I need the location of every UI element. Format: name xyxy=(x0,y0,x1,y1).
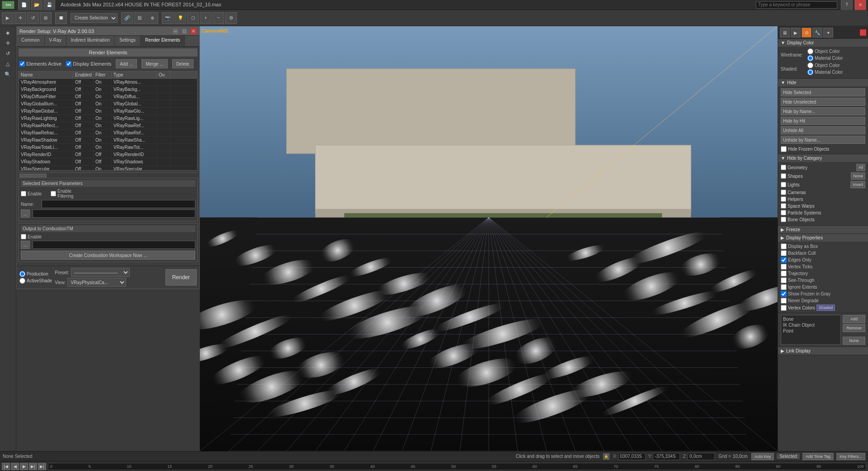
open-btn[interactable]: 📂 xyxy=(31,0,42,11)
search-input[interactable] xyxy=(756,1,837,9)
shapes-checkbox[interactable] xyxy=(781,173,786,179)
table-scrollbar-h[interactable] xyxy=(19,172,198,178)
preset-select[interactable]: ----------------------------- xyxy=(71,268,130,277)
hide-by-name-btn[interactable]: Hide by Name... xyxy=(781,107,865,115)
bone-list[interactable]: Bone IK Chain Object Point xyxy=(781,315,841,345)
bone-remove-btn[interactable]: Remove xyxy=(843,324,865,332)
cameras-label[interactable]: Cameras xyxy=(781,190,806,195)
tb-camera[interactable]: 📷 xyxy=(162,12,174,24)
timeline-area[interactable]: 0 5 10 15 20 25 30 35 40 45 50 55 60 65 … xyxy=(48,463,866,470)
tb-systems[interactable]: ⚙ xyxy=(225,12,237,24)
vertex-colors-checkbox[interactable] xyxy=(781,305,787,311)
add-time-tag-btn[interactable]: Add Time Tag xyxy=(802,453,834,460)
tb-scale[interactable]: ⊞ xyxy=(40,12,52,24)
enable-filtering-checkbox[interactable] xyxy=(51,191,56,196)
display-elements-label[interactable]: Display Elements xyxy=(66,61,111,67)
shaded-object-color[interactable]: Object Color xyxy=(807,62,843,68)
bones-label[interactable]: Bone Objects xyxy=(781,217,815,222)
save-btn[interactable]: 💾 xyxy=(43,0,55,11)
particles-label[interactable]: Particle Systems xyxy=(781,210,821,215)
view-select[interactable]: VRayPhysicalCa... xyxy=(67,278,126,287)
shaded-material-radio[interactable] xyxy=(807,69,813,75)
table-row[interactable]: VRayRawReflect... Off On VRayRawRef... xyxy=(19,122,197,129)
activeshade-radio-label[interactable]: ActiveShade xyxy=(19,278,52,284)
spacewarps-label[interactable]: Space Warps xyxy=(781,203,815,209)
tool-rotate[interactable]: ↺ xyxy=(0,49,16,58)
render-btn[interactable]: Render xyxy=(165,269,197,285)
table-row[interactable]: VRayRawTotalLi... Off On VRayRawTot... xyxy=(19,144,197,151)
display-icon-btn[interactable]: 🖥 xyxy=(780,28,790,38)
shapes-label[interactable]: Shapes xyxy=(781,173,803,179)
shaded-btn[interactable]: Shaded xyxy=(816,304,835,311)
geometry-checkbox[interactable] xyxy=(781,165,786,170)
enable-checkbox[interactable] xyxy=(21,191,26,196)
production-radio-label[interactable]: Production xyxy=(19,271,52,277)
tool-zoom[interactable]: 🔍 xyxy=(0,70,16,79)
tab-settings[interactable]: Settings xyxy=(115,36,141,46)
wireframe-material-color[interactable]: Material Color xyxy=(807,55,843,61)
tb-bind[interactable]: ⊕ xyxy=(146,12,158,24)
table-row[interactable]: VRayRawGlobal... Off On VRayRawGlo... xyxy=(19,108,197,115)
elements-active-checkbox[interactable] xyxy=(19,61,25,67)
unhide-all-btn[interactable]: Unhide All xyxy=(781,126,865,134)
key-filters-btn[interactable]: Key Filters... xyxy=(836,453,865,460)
tb-snap[interactable]: 🔲 xyxy=(55,12,67,24)
production-radio[interactable] xyxy=(19,271,25,277)
display-as-box-checkbox[interactable] xyxy=(781,243,787,249)
hide-by-hit-btn[interactable]: Hide by Hit xyxy=(781,117,865,125)
combustion-enable-label[interactable]: Enable xyxy=(21,234,39,239)
color-swatch[interactable] xyxy=(860,29,866,36)
link-display-header[interactable]: ▶ Link Display xyxy=(778,347,868,355)
freeze-header[interactable]: ▶ Freeze xyxy=(778,226,868,233)
combustion-create-btn[interactable]: Create Combustion Workspace Now ... xyxy=(21,251,195,260)
enable-label[interactable]: Enable xyxy=(21,191,39,196)
geometry-label[interactable]: Geometry xyxy=(781,165,807,170)
display-props-header[interactable]: ▶ Display Properties xyxy=(778,234,868,242)
motion-icon-btn[interactable]: ▶ xyxy=(791,28,801,38)
tb-select[interactable]: ▶ xyxy=(2,12,14,24)
vertex-ticks-checkbox[interactable] xyxy=(781,264,787,270)
prev-frame-btn[interactable]: ◀ xyxy=(11,463,19,470)
app-logo[interactable]: 3ds xyxy=(2,1,14,9)
help-btn[interactable]: ? xyxy=(841,0,853,11)
shaded-object-radio[interactable] xyxy=(807,62,813,68)
next-frame-btn[interactable]: ▶| xyxy=(29,463,37,470)
display-elements-checkbox[interactable] xyxy=(66,61,71,67)
hide-frozen-checkbox[interactable] xyxy=(781,146,787,152)
modify-icon-btn[interactable]: 🔧 xyxy=(812,28,822,38)
table-row[interactable]: VRayRawShadow Off On VRayRawSha... xyxy=(19,137,197,144)
enable-filtering-label[interactable]: Enable Filtering xyxy=(51,189,69,199)
table-row[interactable]: VRayRawLighting Off On VRayRawLig... xyxy=(19,115,197,122)
path-input[interactable] xyxy=(33,209,195,218)
unhide-by-name-btn[interactable]: Unhide by Name... xyxy=(781,136,865,144)
play-btn[interactable]: ▶ xyxy=(20,463,28,470)
combustion-path-input[interactable] xyxy=(33,241,195,249)
wireframe-object-radio[interactable] xyxy=(807,48,813,54)
create-icon-btn[interactable]: ✦ xyxy=(823,28,833,38)
render-elements-table[interactable]: Name Enabled Filter Type Ou VRayAtmosphe… xyxy=(19,71,198,171)
hide-by-category-header[interactable]: ▼ Hide by Category xyxy=(778,154,868,162)
trajectory-checkbox[interactable] xyxy=(781,271,787,276)
new-btn[interactable]: 📄 xyxy=(18,0,30,11)
hide-header[interactable]: ▼ Hide xyxy=(778,79,868,86)
window-maximize-btn[interactable]: □ xyxy=(181,28,188,34)
bone-list-item-point[interactable]: Point xyxy=(782,328,840,334)
bones-checkbox[interactable] xyxy=(781,217,786,222)
selection-dropdown[interactable]: Create Selection xyxy=(71,13,118,23)
wireframe-object-color[interactable]: Object Color xyxy=(807,48,843,54)
tb-rotate[interactable]: ↺ xyxy=(27,12,39,24)
bone-list-item-ik[interactable]: IK Chain Object xyxy=(782,322,840,328)
name-input[interactable] xyxy=(42,200,195,208)
helpers-checkbox[interactable] xyxy=(781,196,786,202)
path-ellipsis-btn[interactable]: ... xyxy=(21,209,30,218)
hide-selected-btn[interactable]: Hide Selected xyxy=(781,88,865,96)
tb-move[interactable]: ✛ xyxy=(14,12,26,24)
never-degrade-checkbox[interactable] xyxy=(781,298,787,304)
table-row[interactable]: VRayShadows Off Off VRayShadows xyxy=(19,158,197,166)
merge-element-btn[interactable]: Merge ... xyxy=(142,59,167,68)
display-color-header[interactable]: ▼ Display Color xyxy=(778,39,868,47)
viewport-canvas[interactable] xyxy=(200,26,778,451)
table-row[interactable]: VRaySpecular Off On VRaySpecular xyxy=(19,166,197,171)
tb-unlink[interactable]: ⛓ xyxy=(134,12,146,24)
wireframe-material-radio[interactable] xyxy=(807,55,813,61)
